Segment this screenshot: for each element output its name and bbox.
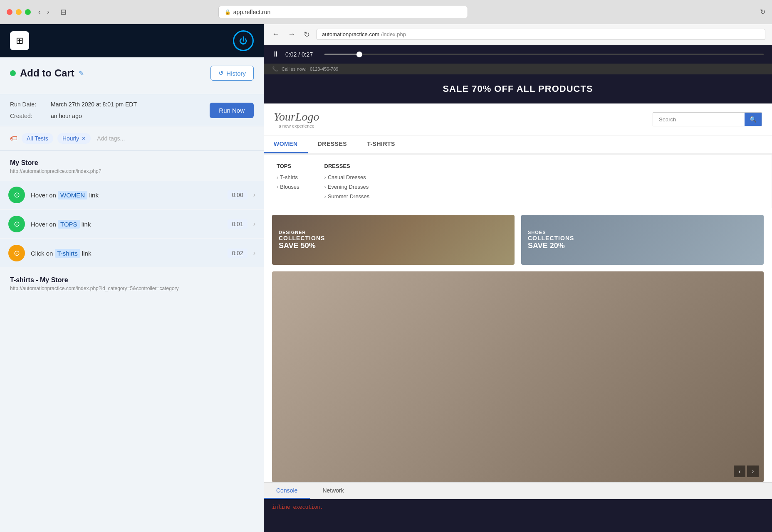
step-text-1: Hover on WOMEN link (31, 192, 222, 199)
scrubber-track[interactable] (324, 54, 764, 55)
step-text-3: Click on T-shirts link (31, 250, 222, 257)
banner-designer[interactable]: DESIGNER COLLECTIONS SAVE 50% (272, 215, 515, 265)
dev-tab-console[interactable]: Console (264, 483, 310, 499)
phone-label: Call us now: (282, 66, 307, 71)
banner-designer-text: DESIGNER COLLECTIONS SAVE 50% (279, 230, 325, 250)
website-header: YourLogo a new experience 🔍 (264, 103, 772, 135)
tag-hourly[interactable]: Hourly ✕ (57, 133, 91, 144)
section1-url: http://automationpractice.com/index.php? (0, 168, 264, 181)
search-input[interactable] (653, 113, 745, 126)
banner-shoes[interactable]: SHOES COLLECTIONS SAVE 20% (521, 215, 764, 265)
power-button[interactable]: ⏻ (233, 30, 254, 51)
fashion-prev-button[interactable]: ‹ (734, 466, 745, 477)
browser-back-button[interactable]: ‹ (36, 7, 43, 17)
nav-item-tshirts[interactable]: T-SHIRTS (357, 135, 405, 153)
address-bar[interactable]: 🔒 app.reflect.run (218, 6, 468, 18)
power-icon: ⏻ (239, 36, 247, 46)
phone-bar: 📞 Call us now: 0123-456-789 (264, 64, 772, 74)
dropdown-col-tops: TOPS T-shirts Blouses (277, 163, 299, 200)
tag-hourly-label: Hourly (62, 135, 79, 142)
step-chevron-1[interactable]: › (253, 191, 255, 199)
tag-all-tests[interactable]: All Tests (22, 133, 53, 144)
site-refresh-button[interactable]: ↻ (302, 28, 312, 41)
meta-info: Run Date: March 27th 2020 at 8:01 pm EDT… (10, 101, 137, 119)
phone-number: 0123-456-789 (310, 66, 339, 71)
dropdown-link-tshirts[interactable]: T-shirts (277, 174, 299, 180)
dev-content: inline execution. (264, 499, 772, 532)
nav-item-women[interactable]: WOMEN (264, 135, 308, 153)
console-log: inline execution. (272, 504, 323, 510)
history-button[interactable]: ↺ History (210, 66, 254, 81)
lock-icon: 🔒 (225, 9, 231, 15)
browser-forward-button[interactable]: › (45, 7, 52, 17)
test-title: Add to Cart ✎ (10, 67, 84, 79)
test-header: Add to Cart ✎ ↺ History (0, 57, 264, 94)
dev-tools: Console Network inline execution. (264, 482, 772, 532)
sale-banner: SALE 70% OFF ALL PRODUCTS (264, 74, 772, 103)
step-time-3: 0:02 (228, 249, 247, 258)
reflect-logo: ⊞ (10, 31, 29, 50)
step-item-1[interactable]: ⊙ Hover on WOMEN link 0:00 › (0, 181, 264, 210)
refresh-button[interactable]: ↻ (760, 8, 765, 16)
edit-icon[interactable]: ✎ (79, 69, 84, 77)
nav-item-dresses[interactable]: DRESSES (308, 135, 357, 153)
sidebar-toggle-button[interactable]: ⊟ (57, 6, 70, 18)
browser-nav-buttons: ‹ › (36, 7, 52, 17)
run-now-button[interactable]: Run Now (210, 103, 254, 118)
current-time: 0:02 (285, 51, 297, 58)
website-content: 📞 Call us now: 0123-456-789 SALE 70% OFF… (264, 64, 772, 532)
dropdown-header-tops: TOPS (277, 163, 299, 169)
site-back-button[interactable]: ← (270, 28, 281, 40)
fashion-next-button[interactable]: › (747, 466, 759, 477)
banner-shoes-category: COLLECTIONS (528, 235, 574, 241)
scrubber-fill (324, 54, 359, 55)
dropdown-link-blouses[interactable]: Blouses (277, 184, 299, 190)
logo-icon: ⊞ (16, 35, 23, 46)
step-chevron-2[interactable]: › (253, 220, 255, 228)
dropdown-link-casual[interactable]: Casual Dresses (324, 174, 370, 180)
section2-label: T-shirts - My Store (0, 268, 264, 286)
tag-hourly-remove[interactable]: ✕ (82, 135, 86, 141)
search-button[interactable]: 🔍 (745, 113, 762, 126)
scrubber-thumb[interactable] (356, 52, 362, 57)
run-date-label: Run Date: (10, 101, 47, 108)
run-date-row: Run Date: March 27th 2020 at 8:01 pm EDT (10, 101, 137, 108)
meta-actions-row: Run Date: March 27th 2020 at 8:01 pm EDT… (10, 101, 254, 119)
banner-designer-category: COLLECTIONS (279, 235, 325, 241)
step-icon-1: ⊙ (8, 187, 25, 203)
dropdown-link-summer[interactable]: Summer Dresses (324, 193, 370, 200)
dropdown-col-dresses: DRESSES Casual Dresses Evening Dresses S… (324, 163, 370, 200)
banner-shoes-text: SHOES COLLECTIONS SAVE 20% (528, 230, 574, 250)
phone-icon: 📞 (272, 66, 278, 72)
site-forward-button[interactable]: → (286, 28, 297, 40)
step-text-2: Hover on TOPS link (31, 221, 222, 228)
steps-section: My Store http://automationpractice.com/i… (0, 151, 264, 532)
dropdown-menu: TOPS T-shirts Blouses DRESSES Casual Dre… (264, 154, 772, 208)
meta-section: Run Date: March 27th 2020 at 8:01 pm EDT… (0, 94, 264, 126)
mouse-icon-1: ⊙ (14, 190, 20, 200)
step-item-2[interactable]: ⊙ Hover on TOPS link 0:01 › (0, 210, 264, 239)
status-dot (10, 70, 16, 76)
site-url-domain: automationpractice.com (322, 31, 379, 37)
add-tags-input[interactable]: Add tags... (95, 133, 127, 144)
traffic-light-green[interactable] (25, 9, 31, 15)
play-pause-button[interactable]: ⏸ (272, 50, 280, 59)
site-address-bar[interactable]: automationpractice.com /index.php (317, 29, 765, 40)
site-url-path: /index.php (381, 31, 406, 37)
traffic-light-yellow[interactable] (16, 9, 22, 15)
step-time-1: 0:00 (228, 190, 247, 200)
section2-url: http://automationpractice.com/index.php?… (0, 286, 264, 295)
dropdown-link-evening[interactable]: Evening Dresses (324, 184, 370, 190)
time-display: 0:02 / 0:27 (285, 51, 319, 58)
time-separator: / (298, 51, 302, 58)
fashion-banner: ‹ › (272, 271, 764, 482)
browser-chrome: ‹ › ⊟ 🔒 app.reflect.run ↻ (0, 0, 772, 24)
traffic-light-red[interactable] (7, 9, 12, 15)
created-value: an hour ago (51, 113, 82, 119)
video-scrubber: ⏸ 0:02 / 0:27 (264, 45, 772, 64)
step-chevron-3[interactable]: › (253, 249, 255, 257)
step-item-3[interactable]: ⊙ Click on T-shirts link 0:02 › (0, 239, 264, 268)
dev-tab-network[interactable]: Network (310, 483, 356, 499)
section1-label: My Store (0, 151, 264, 168)
run-date-value: March 27th 2020 at 8:01 pm EDT (51, 101, 137, 108)
